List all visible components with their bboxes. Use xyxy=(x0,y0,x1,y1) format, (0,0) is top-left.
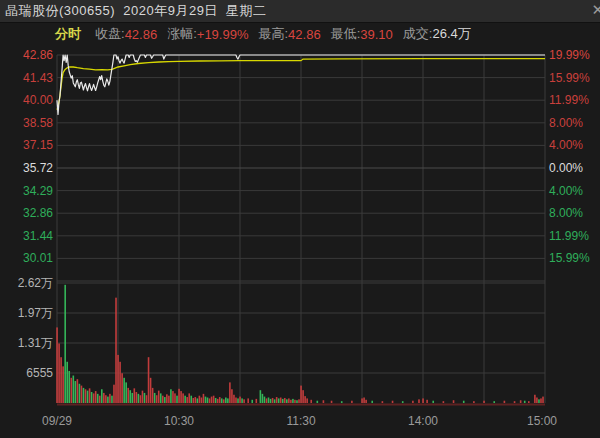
volume-bar xyxy=(207,398,209,403)
volume-bar xyxy=(93,393,95,403)
volume-bar xyxy=(274,399,276,403)
volume-bar xyxy=(422,398,424,403)
volume-bar xyxy=(70,378,72,403)
volume-bar xyxy=(227,398,229,403)
volume-bar xyxy=(172,391,174,403)
intraday-chart-canvas[interactable]: 42.8641.4340.0038.5837.1535.7234.2932.86… xyxy=(0,0,600,438)
volume-bar xyxy=(144,393,146,403)
volume-bar xyxy=(186,397,188,403)
volume-bar xyxy=(463,401,465,403)
price-axis-label: 40.00 xyxy=(23,93,53,107)
volume-bar xyxy=(268,398,270,403)
volume-bar xyxy=(223,399,225,403)
volume-bar xyxy=(524,401,526,403)
volume-bar xyxy=(197,398,199,403)
volume-bar xyxy=(229,382,231,403)
volume-bar xyxy=(103,393,105,403)
volume-bar xyxy=(225,398,227,403)
volume-bar xyxy=(296,400,298,403)
volume-bar xyxy=(58,343,60,403)
volume-axis-label: 6555 xyxy=(26,366,53,380)
percent-axis-label: 19.99% xyxy=(549,48,590,62)
volume-bar xyxy=(199,396,201,403)
volume-bar xyxy=(113,385,115,403)
time-axis-label: 11:30 xyxy=(286,414,315,428)
volume-bar xyxy=(264,397,266,403)
volume-bar xyxy=(129,390,131,403)
volume-axis-label: 1.31万 xyxy=(18,336,53,350)
volume-bar xyxy=(542,397,544,403)
volume-bar xyxy=(81,386,83,403)
stock-app-window: 晶瑞股份(300655) 2020年9月29日 星期二 ✕ 分时 收盘:42.8… xyxy=(0,0,600,438)
volume-bar xyxy=(83,388,85,403)
volume-bar xyxy=(188,393,190,403)
volume-bar xyxy=(184,396,186,403)
time-axis-label: 14:00 xyxy=(408,414,438,428)
volume-bar xyxy=(351,401,353,403)
volume-bar xyxy=(131,393,133,403)
percent-axis-label: 4.00% xyxy=(549,138,583,152)
volume-bar xyxy=(304,396,306,403)
volume-bar xyxy=(142,391,144,403)
volume-bar xyxy=(290,400,292,403)
volume-bar xyxy=(504,401,506,403)
volume-bar xyxy=(237,398,239,403)
volume-bar xyxy=(79,384,81,403)
volume-bar xyxy=(174,393,176,403)
volume-bar xyxy=(134,388,136,403)
volume-bar xyxy=(266,398,268,403)
volume-bar xyxy=(148,357,150,403)
volume-bar xyxy=(272,398,274,403)
volume-bar xyxy=(168,396,170,403)
volume-bar xyxy=(101,389,103,403)
volume-bar xyxy=(156,395,158,403)
percent-axis-label: 4.00% xyxy=(549,184,583,198)
volume-bar xyxy=(247,398,249,403)
volume-bar xyxy=(412,401,414,403)
volume-bar xyxy=(317,401,319,403)
volume-bar xyxy=(109,394,111,403)
price-axis-label: 32.86 xyxy=(23,206,53,220)
volume-bar xyxy=(300,386,302,403)
volume-bar xyxy=(371,401,373,403)
volume-bar xyxy=(418,399,420,403)
volume-bar xyxy=(278,398,280,403)
volume-bar xyxy=(154,393,156,403)
volume-axis-label: 2.62万 xyxy=(18,276,53,290)
volume-bar xyxy=(361,398,363,403)
volume-bar xyxy=(288,398,290,403)
volume-bar xyxy=(205,397,207,403)
price-axis-label: 35.72 xyxy=(23,161,53,175)
volume-bar xyxy=(540,398,542,403)
volume-bar xyxy=(239,397,241,403)
volume-bar xyxy=(89,388,91,403)
volume-bar xyxy=(123,378,125,403)
volume-bar xyxy=(276,397,278,403)
volume-bar xyxy=(170,389,172,403)
volume-bar xyxy=(260,390,262,403)
price-axis-label: 30.01 xyxy=(23,251,53,265)
percent-axis-label: 11.99% xyxy=(549,93,589,107)
volume-bar xyxy=(217,399,219,403)
price-axis-label: 34.29 xyxy=(23,184,53,198)
volume-bar xyxy=(152,388,154,403)
volume-bar xyxy=(310,400,312,403)
percent-axis-label: 15.99% xyxy=(549,251,590,265)
volume-bar xyxy=(514,401,516,403)
volume-bar xyxy=(176,396,178,403)
volume-bar xyxy=(363,398,365,403)
volume-bar xyxy=(331,401,333,403)
volume-bar xyxy=(443,401,445,403)
volume-bar xyxy=(182,393,184,403)
price-axis-label: 38.58 xyxy=(23,116,53,130)
volume-bar xyxy=(292,399,294,403)
volume-bar xyxy=(323,400,325,403)
volume-bar xyxy=(68,371,70,403)
volume-bar xyxy=(121,373,123,403)
volume-bar xyxy=(251,400,253,403)
volume-bar xyxy=(127,388,129,403)
volume-bar xyxy=(162,396,164,403)
volume-bar xyxy=(280,398,282,403)
volume-bar xyxy=(392,401,394,403)
volume-bar xyxy=(117,355,119,403)
